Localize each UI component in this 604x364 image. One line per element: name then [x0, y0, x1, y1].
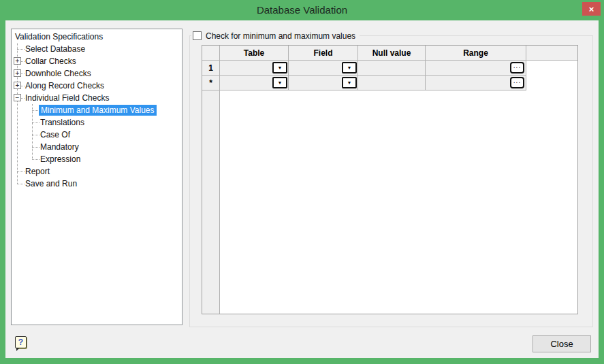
grid-header-row: Table Field Null value Range — [202, 46, 577, 61]
dialog-title: Database Validation — [0, 0, 604, 20]
expand-plus-icon[interactable]: + — [14, 82, 21, 89]
tree-item-minimum-and-maximum-values[interactable]: Minimum and Maximum Values — [12, 104, 182, 116]
validation-tree-panel: Validation Specifications Select Databas… — [11, 29, 182, 325]
help-icon[interactable]: ? — [15, 336, 27, 348]
minmax-checkbox[interactable] — [193, 31, 202, 40]
tree-item-along-record-checks[interactable]: + Along Record Checks — [12, 80, 182, 92]
close-icon: × — [589, 4, 594, 14]
dropdown-arrow-icon: ▼ — [347, 65, 352, 70]
column-header-field: Field — [289, 46, 358, 61]
tree-item-case-of[interactable]: Case Of — [12, 129, 182, 141]
dialog-client-area: Validation Specifications Select Databas… — [5, 20, 599, 358]
grid-row-1: 1 ▼ ▼ — [202, 61, 577, 76]
field-cell[interactable]: ▼ — [289, 61, 358, 76]
column-header-table: Table — [220, 46, 289, 61]
field-dropdown-button[interactable]: ▼ — [342, 62, 357, 73]
tree-item-translations[interactable]: Translations — [12, 116, 182, 129]
table-cell[interactable]: ▼ — [220, 76, 289, 90]
tree-item-validation-specifications[interactable]: Validation Specifications — [12, 31, 182, 43]
column-header-range: Range — [426, 46, 526, 61]
header-filler — [526, 46, 577, 61]
field-cell[interactable]: ▼ — [289, 76, 358, 90]
minmax-grid: Table Field Null value Range 1 ▼ ▼ — [202, 45, 578, 314]
null-value-cell[interactable] — [358, 76, 426, 90]
minmax-checkbox-row: Check for minimum and maximum values — [191, 31, 360, 41]
dropdown-arrow-icon: ▼ — [347, 80, 352, 85]
expand-plus-icon[interactable]: + — [14, 69, 21, 77]
tree-item-mandatory[interactable]: Mandatory — [12, 141, 182, 153]
column-header-null-value: Null value — [358, 46, 426, 61]
tree-item-report[interactable]: Report — [12, 165, 182, 178]
grid-rowheader-strip — [202, 90, 220, 314]
tree-item-save-and-run[interactable]: Save and Run — [12, 178, 182, 190]
grid-corner-cell — [202, 46, 220, 61]
titlebar: Database Validation × — [0, 0, 604, 20]
tree-item-expression[interactable]: Expression — [12, 153, 182, 165]
grid-row-new: * ▼ ▼ — [202, 76, 577, 90]
ellipsis-icon: ... — [513, 78, 521, 84]
selected-tree-item-label: Minimum and Maximum Values — [39, 105, 157, 116]
dialog-window: Database Validation × Validation Specifi… — [0, 0, 604, 364]
table-cell[interactable]: ▼ — [220, 61, 289, 76]
tree-item-collar-checks[interactable]: + Collar Checks — [12, 55, 182, 67]
minmax-checkbox-label[interactable]: Check for minimum and maximum values — [206, 31, 355, 41]
table-dropdown-button[interactable]: ▼ — [272, 77, 287, 88]
tree-item-downhole-checks[interactable]: + Downhole Checks — [12, 67, 182, 80]
collapse-minus-icon[interactable]: − — [14, 94, 21, 101]
close-button[interactable]: × — [582, 2, 601, 16]
dropdown-arrow-icon: ▼ — [278, 80, 283, 85]
expand-plus-icon[interactable]: + — [14, 57, 21, 65]
table-dropdown-button[interactable]: ▼ — [272, 62, 287, 73]
range-ellipsis-button[interactable]: ... — [510, 62, 524, 73]
row-header: 1 — [202, 61, 220, 76]
tree-item-individual-field-checks[interactable]: − Individual Field Checks — [12, 92, 182, 104]
range-cell[interactable]: ... — [426, 61, 526, 76]
null-value-cell[interactable] — [358, 61, 426, 76]
ellipsis-icon: ... — [513, 63, 521, 69]
range-ellipsis-button[interactable]: ... — [510, 77, 524, 88]
range-cell[interactable]: ... — [426, 76, 526, 90]
question-mark-glyph: ? — [18, 337, 23, 347]
close-dialog-button[interactable]: Close — [533, 335, 591, 352]
dropdown-arrow-icon: ▼ — [278, 65, 283, 70]
field-dropdown-button[interactable]: ▼ — [342, 77, 357, 88]
row-header: * — [202, 76, 220, 90]
tree-item-select-database[interactable]: Select Database — [12, 43, 182, 55]
